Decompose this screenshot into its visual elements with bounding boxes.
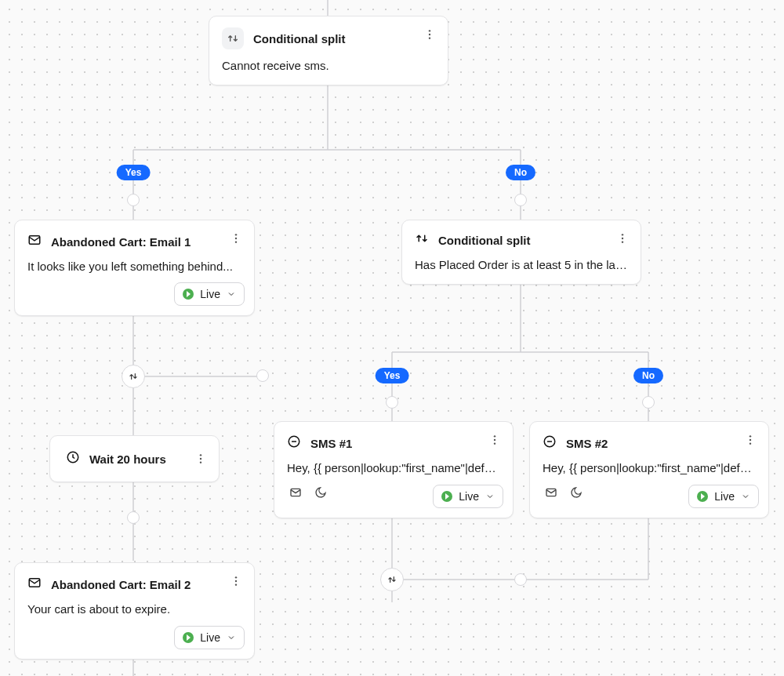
smart-send-icon — [543, 484, 560, 501]
svg-point-27 — [235, 583, 237, 585]
node-description: It looks like you left something behind.… — [27, 260, 241, 273]
svg-point-21 — [750, 439, 751, 441]
node-title: Conditional split — [253, 32, 346, 45]
svg-point-1 — [429, 34, 430, 35]
node-menu-button[interactable] — [742, 431, 759, 449]
status-dropdown[interactable]: Live — [433, 485, 503, 508]
node-title: SMS #1 — [310, 437, 352, 450]
play-icon — [441, 491, 452, 502]
node-sms[interactable]: SMS #2 Hey, {{ person|lookup:"first_name… — [529, 421, 769, 518]
play-icon — [697, 491, 708, 502]
svg-point-22 — [750, 442, 751, 444]
node-menu-button[interactable] — [227, 572, 245, 590]
chevron-down-icon — [227, 633, 236, 642]
status-label: Live — [200, 288, 220, 300]
svg-point-12 — [200, 458, 201, 460]
node-title: Wait 20 hours — [89, 452, 166, 466]
chat-icon — [543, 434, 557, 452]
svg-point-17 — [494, 442, 495, 444]
node-conditional-split[interactable]: Conditional split Has Placed Order is at… — [401, 220, 641, 285]
node-title: Conditional split — [438, 234, 531, 247]
status-dropdown[interactable]: Live — [688, 485, 759, 508]
node-wait[interactable]: Wait 20 hours — [49, 435, 220, 482]
connector-dot — [256, 369, 269, 382]
status-label: Live — [714, 490, 735, 503]
status-dropdown[interactable]: Live — [174, 626, 245, 649]
svg-point-11 — [200, 454, 201, 456]
node-description: Has Placed Order is at least 5 in the la… — [415, 258, 628, 271]
merge-node[interactable] — [380, 568, 404, 591]
branch-pill-yes: Yes — [376, 368, 409, 383]
node-title: Abandoned Cart: Email 1 — [51, 235, 191, 249]
status-label: Live — [459, 490, 479, 503]
play-icon — [183, 632, 194, 643]
chevron-down-icon — [741, 492, 750, 501]
branch-pill-no: No — [633, 368, 663, 383]
svg-point-5 — [235, 238, 237, 239]
connector-dot — [127, 194, 140, 206]
svg-point-7 — [622, 234, 623, 235]
svg-point-8 — [622, 238, 623, 239]
svg-point-2 — [429, 37, 430, 38]
clock-icon — [66, 450, 80, 467]
node-title: Abandoned Cart: Email 2 — [51, 578, 191, 591]
connector-dot — [127, 511, 140, 524]
svg-point-0 — [429, 30, 430, 31]
mail-icon — [27, 576, 42, 593]
svg-point-20 — [750, 435, 751, 437]
node-title: SMS #2 — [566, 437, 608, 450]
chevron-down-icon — [227, 289, 236, 299]
connector-dot — [514, 573, 527, 586]
svg-point-13 — [200, 461, 201, 463]
svg-point-6 — [235, 241, 237, 242]
chevron-down-icon — [485, 492, 495, 501]
svg-point-16 — [494, 439, 495, 441]
chat-icon — [287, 434, 301, 452]
quiet-hours-icon — [312, 484, 329, 501]
flow-canvas[interactable]: Yes No Yes No Conditional split Cannot r… — [0, 0, 784, 676]
node-description: Cannot receive sms. — [222, 59, 435, 72]
branch-pill-yes: Yes — [117, 165, 151, 180]
svg-point-15 — [494, 435, 495, 437]
connector-dot — [514, 194, 527, 206]
node-conditional-split[interactable]: Conditional split Cannot receive sms. — [209, 16, 448, 85]
node-email[interactable]: Abandoned Cart: Email 1 It looks like yo… — [14, 220, 255, 316]
branch-pill-no: No — [506, 165, 535, 180]
status-label: Live — [200, 631, 220, 644]
split-icon — [415, 231, 429, 249]
node-menu-button[interactable] — [421, 26, 438, 43]
merge-node[interactable] — [122, 365, 145, 388]
node-sms[interactable]: SMS #1 Hey, {{ person|lookup:"first_name… — [274, 421, 514, 518]
quiet-hours-icon — [568, 484, 585, 501]
mail-icon — [27, 233, 42, 250]
svg-point-4 — [235, 234, 237, 235]
status-dropdown[interactable]: Live — [174, 282, 245, 306]
node-description: Your cart is about to expire. — [27, 602, 241, 616]
play-icon — [183, 289, 194, 300]
svg-point-26 — [235, 580, 237, 582]
connector-dot — [386, 396, 398, 409]
node-menu-button[interactable] — [227, 230, 245, 247]
node-menu-button[interactable] — [486, 431, 503, 449]
node-description: Hey, {{ person|lookup:"first_name"|defau… — [287, 461, 500, 474]
node-menu-button[interactable] — [614, 230, 631, 247]
smart-send-icon — [287, 484, 304, 501]
node-description: Hey, {{ person|lookup:"first_name"|defau… — [543, 461, 756, 474]
connector-dot — [642, 396, 655, 409]
svg-point-9 — [622, 241, 623, 242]
node-email[interactable]: Abandoned Cart: Email 2 Your cart is abo… — [14, 562, 255, 660]
svg-point-25 — [235, 576, 237, 578]
split-icon — [222, 27, 244, 49]
node-menu-button[interactable] — [192, 450, 209, 467]
